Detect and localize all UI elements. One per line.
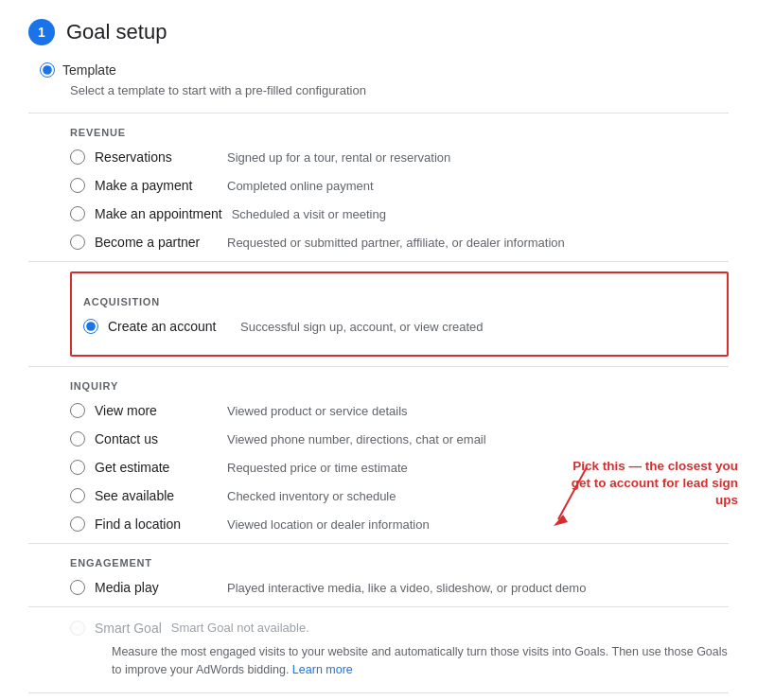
find-location-desc: Viewed location or dealer information <box>227 517 430 532</box>
view-more-desc: Viewed product or service details <box>227 404 408 418</box>
option-create-account[interactable]: Create an account Successful sign up, ac… <box>83 317 715 336</box>
smart-goal-long-desc: Measure the most engaged visits to your … <box>112 643 729 679</box>
revenue-section: REVENUE Reservations Signed up for a tou… <box>70 127 729 252</box>
media-play-name: Media play <box>95 580 218 595</box>
revenue-label: REVENUE <box>70 127 729 138</box>
become-partner-desc: Requested or submitted partner, affiliat… <box>227 236 565 250</box>
smart-goal-name: Smart Goal <box>95 621 162 636</box>
step-number: 1 <box>28 19 55 45</box>
create-account-radio[interactable] <box>83 319 98 334</box>
acquisition-label: ACQUISITION <box>83 296 715 307</box>
reservations-name: Reservations <box>95 149 218 165</box>
get-estimate-name: Get estimate <box>95 460 218 475</box>
smart-goal-row: Smart Goal Smart Goal not available. <box>70 621 729 636</box>
page-title: Goal setup <box>66 20 167 44</box>
engagement-section: ENGAGEMENT Media play Played interactive… <box>70 557 729 597</box>
make-appointment-radio[interactable] <box>70 206 85 221</box>
option-contact-us[interactable]: Contact us Viewed phone number, directio… <box>70 429 729 448</box>
see-available-desc: Checked inventory or schedule <box>227 489 396 503</box>
get-estimate-radio[interactable] <box>70 460 85 475</box>
option-make-appointment[interactable]: Make an appointment Scheduled a visit or… <box>70 204 729 223</box>
make-appointment-desc: Scheduled a visit or meeting <box>232 207 386 221</box>
inquiry-section: INQUIRY View more Viewed product or serv… <box>70 380 729 534</box>
learn-more-link[interactable]: Learn more <box>292 663 353 676</box>
template-radio[interactable] <box>40 62 55 78</box>
contact-us-name: Contact us <box>95 431 218 446</box>
acquisition-section: ACQUISITION Create an account Successful… <box>70 271 729 357</box>
media-play-desc: Played interactive media, like a video, … <box>227 581 586 595</box>
contact-us-radio[interactable] <box>70 431 85 446</box>
reservations-desc: Signed up for a tour, rental or reservat… <box>227 150 450 165</box>
get-estimate-desc: Requested price or time estimate <box>227 461 408 475</box>
contact-us-desc: Viewed phone number, directions, chat or… <box>227 432 486 446</box>
become-partner-name: Become a partner <box>95 235 218 250</box>
create-account-desc: Successful sign up, account, or view cre… <box>240 320 484 334</box>
find-location-radio[interactable] <box>70 516 85 532</box>
annotation-container: Pick this — the closest you get to accou… <box>530 458 738 536</box>
template-subtitle: Select a template to start with a pre-fi… <box>70 83 729 97</box>
become-partner-radio[interactable] <box>70 235 85 250</box>
option-make-payment[interactable]: Make a payment Completed online payment <box>70 176 729 195</box>
template-option[interactable]: Template <box>40 62 729 78</box>
view-more-radio[interactable] <box>70 403 85 418</box>
inquiry-label: INQUIRY <box>70 380 729 392</box>
option-media-play[interactable]: Media play Played interactive media, lik… <box>70 578 729 597</box>
step-header: 1 Goal setup <box>28 19 729 45</box>
make-payment-name: Make a payment <box>95 178 218 193</box>
reservations-radio[interactable] <box>70 149 85 165</box>
acquisition-box: ACQUISITION Create an account Successful… <box>70 271 729 357</box>
see-available-radio[interactable] <box>70 488 85 503</box>
find-location-name: Find a location <box>95 516 218 532</box>
option-become-partner[interactable]: Become a partner Requested or submitted … <box>70 233 729 252</box>
engagement-label: ENGAGEMENT <box>70 557 729 569</box>
option-view-more[interactable]: View more Viewed product or service deta… <box>70 401 729 420</box>
create-account-name: Create an account <box>108 319 231 334</box>
make-payment-radio[interactable] <box>70 178 85 193</box>
template-label: Template <box>62 62 116 78</box>
smart-goal-section: Smart Goal Smart Goal not available. Mea… <box>70 621 729 679</box>
smart-goal-desc: Smart Goal not available. <box>171 621 309 635</box>
make-appointment-name: Make an appointment <box>95 206 222 221</box>
view-more-name: View more <box>95 403 218 418</box>
make-payment-desc: Completed online payment <box>227 179 374 193</box>
annotation-text: Pick this — the closest you get to accou… <box>554 458 738 510</box>
media-play-radio[interactable] <box>70 580 85 595</box>
see-available-name: See available <box>95 488 218 503</box>
smart-goal-radio <box>70 621 85 636</box>
option-reservations[interactable]: Reservations Signed up for a tour, renta… <box>70 148 729 166</box>
